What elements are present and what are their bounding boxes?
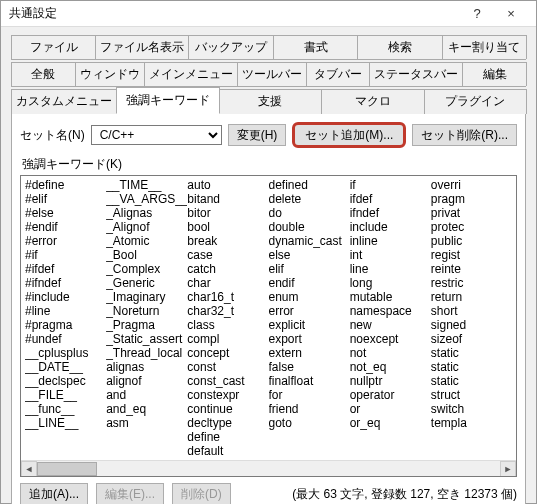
tab-メインメニュー[interactable]: メインメニュー [144,62,238,86]
tab-支援[interactable]: 支援 [219,89,323,114]
tab-ファイル[interactable]: ファイル [11,35,96,59]
scroll-right-icon[interactable]: ► [500,461,516,477]
set-add-button[interactable]: セット追加(M)... [292,122,406,148]
tab-強調キーワード[interactable]: 強調キーワード [116,87,220,114]
tab-タブバー[interactable]: タブバー [306,62,371,86]
keyword-column: __TIME__ __VA_ARGS__ _Alignas _Alignof _… [106,178,187,458]
keyword-column: defined delete do double dynamic_cast el… [269,178,350,458]
tab-カスタムメニュー[interactable]: カスタムメニュー [11,89,117,114]
set-name-label: セット名(N) [20,127,85,144]
horizontal-scrollbar[interactable]: ◄ ► [21,460,516,476]
tab-プラグイン[interactable]: プラグイン [424,89,528,114]
tab-書式[interactable]: 書式 [273,35,358,59]
keyword-column: overri pragm privat protec public regist… [431,178,512,458]
tab-検索[interactable]: 検索 [357,35,442,59]
close-icon[interactable]: × [494,6,528,21]
scroll-left-icon[interactable]: ◄ [21,461,37,477]
delete-button[interactable]: 削除(D) [172,483,231,504]
window-title: 共通設定 [9,5,460,22]
tab-マクロ[interactable]: マクロ [321,89,425,114]
set-delete-button[interactable]: セット削除(R)... [412,124,517,146]
scroll-thumb[interactable] [37,462,97,476]
tab-全般[interactable]: 全般 [11,62,76,86]
keyword-column: #define #elif #else #endif #error #if #i… [25,178,106,458]
keyword-listbox[interactable]: #define #elif #else #endif #error #if #i… [20,175,517,477]
keyword-column: auto bitand bitor bool break case catch … [187,178,268,458]
keyword-list-label: 強調キーワード(K) [22,156,517,173]
tab-キー割り当て[interactable]: キー割り当て [442,35,527,59]
change-button[interactable]: 変更(H) [228,124,287,146]
tab-ツールバー[interactable]: ツールバー [237,62,307,86]
tab-バックアップ[interactable]: バックアップ [188,35,273,59]
stats-text: (最大 63 文字, 登録数 127, 空き 12373 個) [292,486,517,503]
add-button[interactable]: 追加(A)... [20,483,88,504]
help-icon[interactable]: ? [460,6,494,21]
tab-ステータスバー[interactable]: ステータスバー [369,62,463,86]
tab-ファイル名表示[interactable]: ファイル名表示 [95,35,189,59]
tab-ウィンドウ[interactable]: ウィンドウ [75,62,145,86]
edit-button[interactable]: 編集(E)... [96,483,164,504]
keyword-column: if ifdef ifndef include inline int line … [350,178,431,458]
tab-編集[interactable]: 編集 [462,62,527,86]
set-name-select[interactable]: C/C++ [91,125,222,145]
